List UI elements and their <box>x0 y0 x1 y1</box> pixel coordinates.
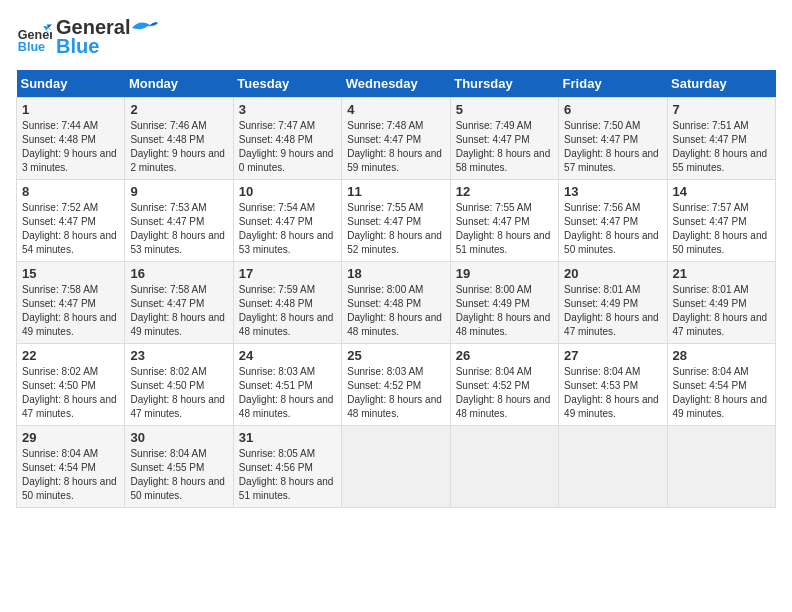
day-header-tuesday: Tuesday <box>233 70 341 98</box>
logo: General Blue General Blue <box>16 16 160 58</box>
day-cell: 10 Sunrise: 7:54 AM Sunset: 4:47 PM Dayl… <box>233 180 341 262</box>
day-cell: 21 Sunrise: 8:01 AM Sunset: 4:49 PM Dayl… <box>667 262 775 344</box>
day-detail: Sunrise: 7:56 AM Sunset: 4:47 PM Dayligh… <box>564 201 661 257</box>
day-detail: Sunrise: 7:44 AM Sunset: 4:48 PM Dayligh… <box>22 119 119 175</box>
day-detail: Sunrise: 7:59 AM Sunset: 4:48 PM Dayligh… <box>239 283 336 339</box>
day-number: 12 <box>456 184 553 199</box>
day-number: 31 <box>239 430 336 445</box>
day-number: 1 <box>22 102 119 117</box>
day-cell: 5 Sunrise: 7:49 AM Sunset: 4:47 PM Dayli… <box>450 98 558 180</box>
logo-icon: General Blue <box>16 19 52 55</box>
calendar-table: SundayMondayTuesdayWednesdayThursdayFrid… <box>16 70 776 508</box>
day-cell: 27 Sunrise: 8:04 AM Sunset: 4:53 PM Dayl… <box>559 344 667 426</box>
day-header-sunday: Sunday <box>17 70 125 98</box>
day-number: 5 <box>456 102 553 117</box>
svg-text:Blue: Blue <box>18 40 45 54</box>
day-header-monday: Monday <box>125 70 233 98</box>
day-header-friday: Friday <box>559 70 667 98</box>
day-cell <box>342 426 450 508</box>
day-detail: Sunrise: 8:04 AM Sunset: 4:54 PM Dayligh… <box>673 365 770 421</box>
day-cell: 22 Sunrise: 8:02 AM Sunset: 4:50 PM Dayl… <box>17 344 125 426</box>
day-number: 2 <box>130 102 227 117</box>
day-number: 8 <box>22 184 119 199</box>
day-cell: 30 Sunrise: 8:04 AM Sunset: 4:55 PM Dayl… <box>125 426 233 508</box>
week-row-3: 15 Sunrise: 7:58 AM Sunset: 4:47 PM Dayl… <box>17 262 776 344</box>
day-cell: 15 Sunrise: 7:58 AM Sunset: 4:47 PM Dayl… <box>17 262 125 344</box>
day-number: 16 <box>130 266 227 281</box>
day-number: 28 <box>673 348 770 363</box>
day-detail: Sunrise: 8:03 AM Sunset: 4:51 PM Dayligh… <box>239 365 336 421</box>
day-number: 6 <box>564 102 661 117</box>
day-cell: 23 Sunrise: 8:02 AM Sunset: 4:50 PM Dayl… <box>125 344 233 426</box>
week-row-5: 29 Sunrise: 8:04 AM Sunset: 4:54 PM Dayl… <box>17 426 776 508</box>
day-cell: 31 Sunrise: 8:05 AM Sunset: 4:56 PM Dayl… <box>233 426 341 508</box>
day-cell: 8 Sunrise: 7:52 AM Sunset: 4:47 PM Dayli… <box>17 180 125 262</box>
day-detail: Sunrise: 7:58 AM Sunset: 4:47 PM Dayligh… <box>22 283 119 339</box>
day-detail: Sunrise: 8:02 AM Sunset: 4:50 PM Dayligh… <box>22 365 119 421</box>
week-row-1: 1 Sunrise: 7:44 AM Sunset: 4:48 PM Dayli… <box>17 98 776 180</box>
day-detail: Sunrise: 7:54 AM Sunset: 4:47 PM Dayligh… <box>239 201 336 257</box>
day-cell <box>559 426 667 508</box>
day-detail: Sunrise: 8:04 AM Sunset: 4:55 PM Dayligh… <box>130 447 227 503</box>
day-number: 26 <box>456 348 553 363</box>
day-number: 22 <box>22 348 119 363</box>
day-number: 19 <box>456 266 553 281</box>
day-detail: Sunrise: 8:04 AM Sunset: 4:52 PM Dayligh… <box>456 365 553 421</box>
day-cell: 29 Sunrise: 8:04 AM Sunset: 4:54 PM Dayl… <box>17 426 125 508</box>
day-cell: 14 Sunrise: 7:57 AM Sunset: 4:47 PM Dayl… <box>667 180 775 262</box>
week-row-4: 22 Sunrise: 8:02 AM Sunset: 4:50 PM Dayl… <box>17 344 776 426</box>
day-detail: Sunrise: 7:57 AM Sunset: 4:47 PM Dayligh… <box>673 201 770 257</box>
day-number: 27 <box>564 348 661 363</box>
day-number: 11 <box>347 184 444 199</box>
day-detail: Sunrise: 7:48 AM Sunset: 4:47 PM Dayligh… <box>347 119 444 175</box>
day-number: 20 <box>564 266 661 281</box>
day-header-wednesday: Wednesday <box>342 70 450 98</box>
day-detail: Sunrise: 7:47 AM Sunset: 4:48 PM Dayligh… <box>239 119 336 175</box>
day-cell: 12 Sunrise: 7:55 AM Sunset: 4:47 PM Dayl… <box>450 180 558 262</box>
day-detail: Sunrise: 8:02 AM Sunset: 4:50 PM Dayligh… <box>130 365 227 421</box>
day-number: 13 <box>564 184 661 199</box>
day-detail: Sunrise: 7:52 AM Sunset: 4:47 PM Dayligh… <box>22 201 119 257</box>
day-cell: 18 Sunrise: 8:00 AM Sunset: 4:48 PM Dayl… <box>342 262 450 344</box>
day-cell: 13 Sunrise: 7:56 AM Sunset: 4:47 PM Dayl… <box>559 180 667 262</box>
day-number: 9 <box>130 184 227 199</box>
day-cell: 3 Sunrise: 7:47 AM Sunset: 4:48 PM Dayli… <box>233 98 341 180</box>
day-cell <box>667 426 775 508</box>
day-cell: 9 Sunrise: 7:53 AM Sunset: 4:47 PM Dayli… <box>125 180 233 262</box>
day-cell: 4 Sunrise: 7:48 AM Sunset: 4:47 PM Dayli… <box>342 98 450 180</box>
day-detail: Sunrise: 8:01 AM Sunset: 4:49 PM Dayligh… <box>564 283 661 339</box>
day-detail: Sunrise: 8:00 AM Sunset: 4:49 PM Dayligh… <box>456 283 553 339</box>
day-cell: 26 Sunrise: 8:04 AM Sunset: 4:52 PM Dayl… <box>450 344 558 426</box>
day-number: 29 <box>22 430 119 445</box>
day-number: 24 <box>239 348 336 363</box>
day-detail: Sunrise: 7:55 AM Sunset: 4:47 PM Dayligh… <box>347 201 444 257</box>
day-number: 15 <box>22 266 119 281</box>
day-cell: 28 Sunrise: 8:04 AM Sunset: 4:54 PM Dayl… <box>667 344 775 426</box>
day-cell: 6 Sunrise: 7:50 AM Sunset: 4:47 PM Dayli… <box>559 98 667 180</box>
day-number: 3 <box>239 102 336 117</box>
day-detail: Sunrise: 7:55 AM Sunset: 4:47 PM Dayligh… <box>456 201 553 257</box>
day-detail: Sunrise: 8:05 AM Sunset: 4:56 PM Dayligh… <box>239 447 336 503</box>
day-detail: Sunrise: 7:51 AM Sunset: 4:47 PM Dayligh… <box>673 119 770 175</box>
day-cell: 2 Sunrise: 7:46 AM Sunset: 4:48 PM Dayli… <box>125 98 233 180</box>
day-number: 10 <box>239 184 336 199</box>
days-header-row: SundayMondayTuesdayWednesdayThursdayFrid… <box>17 70 776 98</box>
day-header-saturday: Saturday <box>667 70 775 98</box>
day-number: 23 <box>130 348 227 363</box>
day-number: 14 <box>673 184 770 199</box>
day-detail: Sunrise: 7:58 AM Sunset: 4:47 PM Dayligh… <box>130 283 227 339</box>
day-cell: 25 Sunrise: 8:03 AM Sunset: 4:52 PM Dayl… <box>342 344 450 426</box>
day-cell: 24 Sunrise: 8:03 AM Sunset: 4:51 PM Dayl… <box>233 344 341 426</box>
day-cell <box>450 426 558 508</box>
day-cell: 11 Sunrise: 7:55 AM Sunset: 4:47 PM Dayl… <box>342 180 450 262</box>
day-detail: Sunrise: 7:50 AM Sunset: 4:47 PM Dayligh… <box>564 119 661 175</box>
logo-bird <box>130 17 160 39</box>
day-detail: Sunrise: 8:03 AM Sunset: 4:52 PM Dayligh… <box>347 365 444 421</box>
day-header-thursday: Thursday <box>450 70 558 98</box>
day-detail: Sunrise: 7:46 AM Sunset: 4:48 PM Dayligh… <box>130 119 227 175</box>
day-cell: 16 Sunrise: 7:58 AM Sunset: 4:47 PM Dayl… <box>125 262 233 344</box>
day-number: 7 <box>673 102 770 117</box>
day-number: 17 <box>239 266 336 281</box>
day-detail: Sunrise: 7:53 AM Sunset: 4:47 PM Dayligh… <box>130 201 227 257</box>
page-header: General Blue General Blue <box>16 16 776 58</box>
